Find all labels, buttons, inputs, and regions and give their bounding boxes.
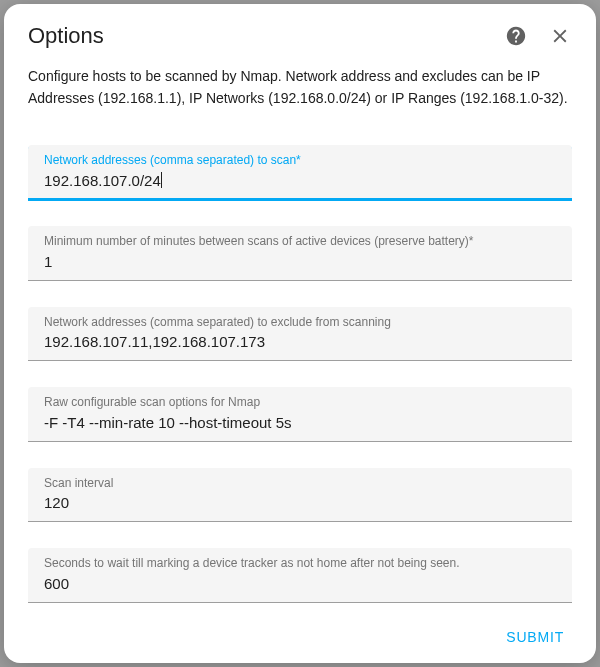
options-input[interactable]: -F -T4 --min-rate 10 --host-timeout 5s bbox=[44, 411, 556, 435]
dialog-actions: Submit bbox=[498, 621, 572, 653]
exclude-field[interactable]: Network addresses (comma separated) to e… bbox=[28, 307, 572, 362]
consider-home-input[interactable]: 600 bbox=[44, 572, 556, 596]
dialog-header: Options bbox=[4, 4, 596, 52]
interval-min-field[interactable]: Minimum number of minutes between scans … bbox=[28, 226, 572, 281]
scan-sec-field[interactable]: Scan interval 120 bbox=[28, 468, 572, 523]
hosts-input[interactable]: 192.168.107.0/24 bbox=[44, 169, 556, 193]
consider-home-field[interactable]: Seconds to wait till marking a device tr… bbox=[28, 548, 572, 603]
options-field[interactable]: Raw configurable scan options for Nmap -… bbox=[28, 387, 572, 442]
hosts-field[interactable]: Network addresses (comma separated) to s… bbox=[28, 145, 572, 200]
options-dialog: Options Configure hosts to be scanned by… bbox=[4, 4, 596, 663]
field-label: Network addresses (comma separated) to s… bbox=[44, 153, 556, 169]
scan-sec-input[interactable]: 120 bbox=[44, 491, 556, 515]
dialog-title: Options bbox=[28, 23, 500, 49]
field-label: Seconds to wait till marking a device tr… bbox=[44, 556, 556, 572]
field-label: Network addresses (comma separated) to e… bbox=[44, 315, 556, 331]
field-label: Minimum number of minutes between scans … bbox=[44, 234, 556, 250]
interval-min-input[interactable]: 1 bbox=[44, 250, 556, 274]
field-label: Scan interval bbox=[44, 476, 556, 492]
close-icon[interactable] bbox=[544, 20, 576, 52]
field-label: Raw configurable scan options for Nmap bbox=[44, 395, 556, 411]
fields-container: Network addresses (comma separated) to s… bbox=[4, 109, 596, 603]
submit-button[interactable]: Submit bbox=[498, 621, 572, 653]
dialog-description: Configure hosts to be scanned by Nmap. N… bbox=[4, 52, 596, 109]
exclude-input[interactable]: 192.168.107.11,192.168.107.173 bbox=[44, 330, 556, 354]
help-icon[interactable] bbox=[500, 20, 532, 52]
